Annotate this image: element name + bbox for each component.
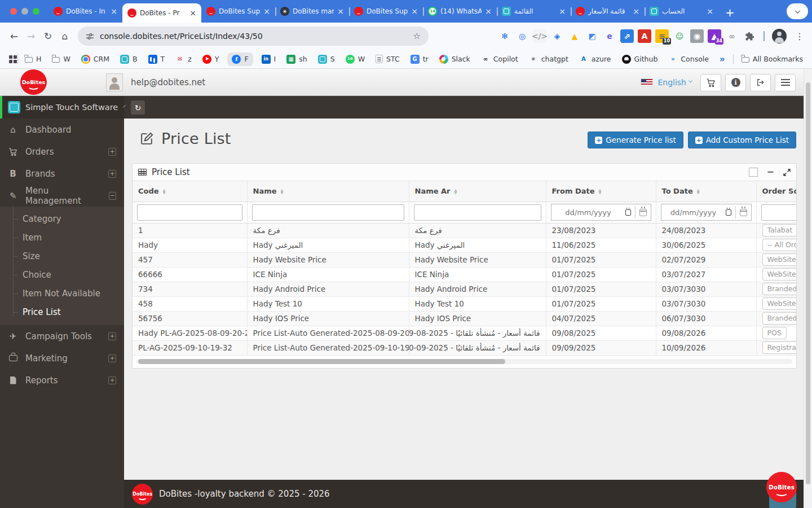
column-header-order-source[interactable]: Order Sou: [756, 181, 796, 202]
code-filter-input[interactable]: [137, 204, 242, 221]
order-source-select[interactable]: Branded: [762, 283, 797, 295]
sidebar-item-category[interactable]: Category: [0, 210, 124, 229]
expand-icon[interactable]: +: [108, 170, 116, 178]
bookmark-item[interactable]: Y: [202, 55, 219, 64]
bookmark-star-icon[interactable]: ☆: [413, 31, 421, 41]
tune-icon[interactable]: [86, 32, 94, 41]
browser-tab[interactable]: قائمة الأسعار ×: [571, 0, 645, 23]
home-button[interactable]: ⌂: [56, 30, 73, 42]
expand-icon[interactable]: +: [108, 148, 116, 156]
user-avatar-icon[interactable]: [106, 73, 123, 91]
column-header-name[interactable]: Name▲▼: [247, 181, 409, 202]
extension-icon[interactable]: ≡ 10: [655, 29, 669, 43]
table-row[interactable]: 457 Hady Website Price Hady Website Pric…: [133, 252, 796, 267]
extension-icon[interactable]: ◈: [550, 29, 564, 43]
brand-selector[interactable]: Simple Touch Software: [0, 96, 124, 119]
browser-tab[interactable]: DoBites Sup ×: [349, 0, 423, 23]
tab-close-icon[interactable]: ×: [633, 7, 639, 16]
new-tab-button[interactable]: +: [725, 7, 735, 18]
extension-icon[interactable]: ⇗: [620, 29, 634, 43]
expand-icon[interactable]: +: [108, 332, 116, 340]
scrollbar-thumb[interactable]: [138, 359, 505, 364]
back-button[interactable]: ←: [6, 30, 23, 42]
bookmarks-overflow-button[interactable]: »: [720, 54, 725, 64]
name-ar-filter-input[interactable]: [414, 204, 541, 221]
bookmark-item[interactable]: » Console: [668, 55, 709, 64]
column-header-from-date[interactable]: From Date▲▼: [546, 181, 656, 202]
tab-close-icon[interactable]: ×: [337, 7, 344, 16]
logout-button[interactable]: [750, 74, 771, 91]
order-source-select[interactable]: POS: [762, 327, 787, 339]
add-custom-price-list-button[interactable]: +Add Custom Price List: [688, 132, 796, 148]
bookmark-item[interactable]: S: [318, 55, 335, 64]
order-source-select[interactable]: Registrat: [762, 341, 797, 354]
order-source-select[interactable]: WebSite: [762, 297, 797, 310]
extension-icon[interactable]: A: [638, 29, 651, 43]
tab-close-icon[interactable]: ×: [485, 7, 492, 16]
tab-close-icon[interactable]: ×: [111, 7, 117, 16]
expand-panel-icon[interactable]: [783, 169, 791, 176]
bookmark-item[interactable]: ∞ Copilot: [481, 55, 518, 64]
table-row[interactable]: 458 Hady Test 10 Hady Test 10 01/07/2025…: [133, 296, 796, 311]
to-date-filter-input[interactable]: dd/mm/yyyy: [661, 204, 752, 221]
profile-avatar[interactable]: [772, 29, 787, 43]
column-header-to-date[interactable]: To Date▲▼: [656, 181, 756, 202]
browser-tab[interactable]: القائمة ×: [497, 0, 571, 23]
sidebar-item-price-list[interactable]: Price List: [0, 303, 124, 322]
calendar-icon[interactable]: [740, 209, 747, 216]
table-row[interactable]: Hady Hady الميرغني الميرغني Hady 11/06/2…: [133, 238, 796, 252]
bookmark-item[interactable]: A azure: [579, 55, 611, 64]
dobites-logo[interactable]: DoBites: [20, 69, 47, 95]
hamburger-menu-button[interactable]: [775, 74, 796, 91]
tab-close-icon[interactable]: ×: [559, 7, 566, 16]
bookmark-item[interactable]: f F: [227, 52, 253, 66]
close-window-button[interactable]: [10, 8, 17, 15]
extension-icon[interactable]: ◉: [690, 29, 704, 43]
address-bar[interactable]: console.dobites.net/PriceList/Index/43/5…: [78, 27, 429, 46]
bookmark-item[interactable]: ▦ sh: [286, 55, 307, 64]
sidebar-item-menu-management[interactable]: ✎ Menu Management −: [0, 185, 124, 207]
table-row[interactable]: 734 Hady Android Price Hady Android Pric…: [133, 282, 796, 296]
tab-close-icon[interactable]: ×: [707, 7, 713, 16]
extensions-puzzle-icon[interactable]: [743, 29, 756, 43]
maximize-window-button[interactable]: [33, 8, 39, 15]
sidebar-item-orders[interactable]: Orders +: [0, 141, 124, 163]
browser-tab[interactable]: DoBites Sup ×: [201, 0, 275, 23]
order-source-filter-input[interactable]: [761, 204, 797, 221]
calendar-icon[interactable]: [639, 209, 647, 216]
url-text[interactable]: console.dobites.net/PriceList/Index/43/5…: [100, 32, 408, 41]
bookmark-item[interactable]: ✳ chatgpt: [529, 55, 568, 64]
browser-tab[interactable]: DoBites mar ×: [275, 0, 349, 23]
bookmark-item[interactable]: B: [120, 55, 138, 64]
order-source-select[interactable]: -- All Ord: [762, 239, 797, 251]
sidebar-item-reports[interactable]: Reports +: [0, 369, 124, 391]
bookmark-item[interactable]: STC: [376, 55, 400, 63]
all-bookmarks-button[interactable]: All Bookmarks: [742, 55, 803, 63]
browser-tab[interactable]: (14) WhatsA ×: [423, 0, 497, 23]
sidebar-item-campaign-tools[interactable]: ✈ Campaign Tools +: [0, 325, 124, 347]
extension-icon[interactable]: ▲: [568, 29, 581, 43]
table-row[interactable]: Hady PL-AG-2025-08-09-20-25 Price List-A…: [133, 326, 796, 340]
bookmark-item[interactable]: CRM: [81, 55, 109, 64]
tab-close-icon[interactable]: ×: [411, 7, 418, 16]
expand-icon[interactable]: +: [108, 354, 116, 362]
info-button[interactable]: i: [725, 74, 746, 91]
bookmark-item[interactable]: T: [148, 55, 165, 64]
apps-grid-icon[interactable]: [9, 55, 10, 63]
sidebar-item-size[interactable]: Size: [0, 247, 124, 266]
table-row[interactable]: 66666 ICE Ninja ICE Ninja 01/07/2025 03/…: [133, 267, 796, 282]
extension-icon[interactable]: ◎: [515, 29, 529, 43]
extension-icon[interactable]: ∞: [725, 29, 739, 43]
extension-icon[interactable]: </>: [533, 29, 546, 43]
bookmark-item[interactable]: Slack: [439, 55, 470, 64]
sidebar-item-dashboard[interactable]: ⌂ Dashboard: [0, 119, 124, 141]
browser-tab[interactable]: الحساب ×: [645, 0, 718, 23]
table-row[interactable]: PL-AG-2025-09-10-19-32 Price List-Auto G…: [133, 340, 796, 355]
tab-close-icon[interactable]: ×: [263, 7, 270, 16]
generate-price-list-button[interactable]: +Generate Price list: [588, 132, 683, 148]
browser-tab[interactable]: DoBites - Pr ×: [122, 3, 201, 23]
order-source-select[interactable]: WebSite: [762, 253, 797, 266]
order-source-select[interactable]: WebSite: [762, 268, 797, 281]
bookmark-item[interactable]: H: [25, 55, 41, 63]
name-filter-input[interactable]: [252, 204, 404, 221]
